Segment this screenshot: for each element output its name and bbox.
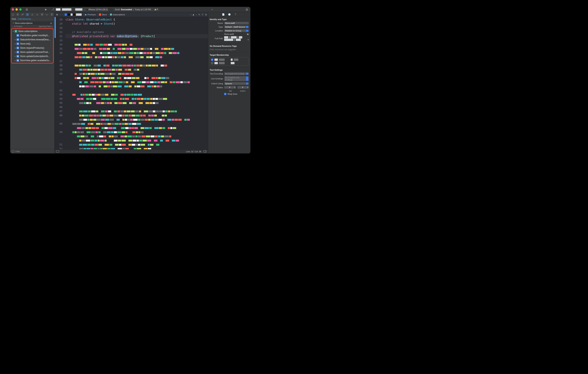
add-tab-icon[interactable]: ＋ [210,8,214,11]
file-location-select[interactable]: Relative to Group [224,29,249,32]
debug-area-icon[interactable] [56,150,59,152]
project-nav-icon[interactable]: ▢ [11,13,14,16]
tab-width-stepper[interactable]: 4 ▲▼ [224,86,236,89]
close-icon[interactable] [12,8,14,11]
run-button[interactable]: ▶ [44,8,48,11]
canvas-icon[interactable] [203,150,207,152]
identity-title: Identity and Type [210,18,249,21]
jump-symbol[interactable]: subscriptions [113,13,125,16]
back-button[interactable]: ‹ [60,13,61,16]
scheme-selector[interactable] [55,8,73,11]
file-name-field[interactable]: Store.swift [224,21,249,25]
arrows-icon[interactable]: ⇆ [198,13,200,16]
minimize-icon[interactable] [16,8,18,11]
cursor-col: Col: 39 [195,150,201,153]
navigator-filter[interactable]: ⋯ Filter [10,149,54,153]
indent-width-stepper[interactable]: 4 ▲▼ [237,86,249,89]
project-icon [65,13,67,16]
file-inspector-icon[interactable]: 📄 [222,13,225,16]
source-editor: ▦ ‹ › › 🖿 Premium › Store › P subscripti… [54,12,208,153]
find-scope-label[interactable]: Find [12,18,16,20]
window-controls [12,8,21,11]
source-control-nav-icon[interactable]: ☒ [16,13,19,16]
jump-bar: ▦ ‹ › › 🖿 Premium › Store › P subscripti… [54,12,208,17]
destination-selector[interactable]: › 📱 iPhone 13 Pro (16.1) [74,8,108,11]
folder-chooser-icon[interactable]: 🖿 [247,33,249,35]
search-input[interactable]: ⚲ Store.subscriptions ⊗ [11,21,53,25]
fullscreen-icon[interactable] [19,8,21,11]
text-settings-title: Text Settings [210,69,249,71]
activity-status[interactable]: Build Succeeded | Today at 1:28 PM 4 [113,8,160,11]
report-nav-icon[interactable]: ☰ [50,13,53,16]
jump-folder[interactable]: Premium [87,13,96,16]
destination-label: iPhone 13 Pro (16.1) [88,8,108,11]
result-row[interactable]: ▸MStoreView.getter:availableSu... [11,58,53,63]
line-endings-select[interactable]: No Explicit Line Endings [224,76,249,81]
result-row[interactable]: ▸MStatusInfoView.renewalDesc... [11,38,53,42]
cursor-line: Line: 32 [186,150,193,153]
git-branch-icon[interactable]: ⎇ [51,8,55,11]
jump-prev-issue[interactable]: ‹ [190,13,191,16]
result-row[interactable]: ▸MStore.updateSubscriptionSt... [11,54,53,58]
forward-button[interactable]: › [62,13,64,16]
inspector-panel: 📄 🕘 ❓ Identity and Type Name Store.swift… [208,12,251,153]
jump-file[interactable]: Store [102,13,107,16]
debug-nav-icon[interactable]: ⦿ [41,13,43,16]
find-mode-label[interactable]: Call Hierarchy [18,18,31,20]
mini-warning-icon[interactable] [193,13,195,16]
odr-placeholder: Only resources are taggable [210,48,249,51]
odr-title: On Demand Resource Tags [210,45,249,47]
inspector-tabs[interactable]: 📄 🕘 ❓ [208,12,251,17]
find-nav-icon[interactable]: ⚲ [26,13,29,16]
editor-layout-icon[interactable]: ▥ [205,13,207,16]
jump-next-issue[interactable]: › [196,13,197,16]
result-row[interactable]: ▸MStore.init() [11,42,53,46]
history-inspector-icon[interactable]: 🕘 [228,13,231,16]
search-icon: ⚲ [12,22,14,24]
result-row[interactable]: ▸MStore.requestProducts() [11,46,53,50]
result-row[interactable]: MPlanButton.getter:monthlyS... [11,33,53,38]
toggle-navigator-icon[interactable]: ▥ [25,8,29,11]
property-icon: P [110,13,112,16]
encoding-select[interactable]: No Explicit Encoding [224,72,249,75]
clear-icon[interactable]: ⊗ [50,22,52,25]
wrap-lines-checkbox[interactable]: ✓ [224,93,226,95]
file-relative-path: Store.swift [224,33,234,35]
folder-icon: 🖿 [85,13,87,16]
symbol-nav-icon[interactable]: ☍ [21,13,24,16]
test-nav-icon[interactable]: ◇ [36,13,39,16]
titlebar: ▥ ▶ ⎇ › › 📱 iPhone 13 Pro (16.1) Build S… [10,7,251,12]
indent-using-select[interactable]: Spaces [224,82,249,85]
wrap-lines-label: Wrap lines [228,93,237,95]
related-items-icon[interactable]: ▦ [56,13,58,16]
code-content[interactable]: class Store: ObservableObject { static l… [64,17,208,149]
help-inspector-icon[interactable]: ❓ [234,13,237,16]
editor-footer: Line: 32 Col: 39 [54,149,208,153]
breakpoint-nav-icon[interactable]: ▭ [45,13,48,16]
search-case[interactable]: Ignoring Case ◇ [39,25,53,27]
minimap-icon[interactable]: ☰ [201,13,203,16]
call-hierarchy-results: ▾P Store.subscriptions MPlanButton.gette… [11,28,54,64]
filter-icon: ⋯ [12,150,14,153]
search-scope[interactable]: ⋯ In Project [12,25,22,27]
issue-nav-icon[interactable]: ⚠ [31,13,34,16]
library-icon[interactable]: ▥ [245,8,249,11]
target-checkbox[interactable]: ✓ [211,59,213,61]
result-root[interactable]: ▾P Store.subscriptions [11,29,53,33]
swift-file-icon [99,13,101,16]
warning-badge[interactable]: 4 [154,8,158,11]
line-gutter[interactable]: 2829303132333435363738394041424344454647… [54,17,64,149]
result-row[interactable]: ▸MStore.updateCustomerProd... [11,50,53,54]
file-type-select[interactable]: Default - Swift Source [224,25,249,28]
reveal-in-finder-icon[interactable]: ➜ [247,38,249,41]
navigator-tabs[interactable]: ▢ ☒ ☍ ⚲ ⚠ ◇ ⦿ ▭ ☰ [10,12,54,17]
navigator-panel: ▢ ☒ ☍ ⚲ ⚠ ◇ ⦿ ▭ ☰ Find › Call Hierarchy … [10,12,54,153]
target-checkbox[interactable] [211,62,213,64]
target-title: Target Membership [210,54,249,56]
search-text: Store.subscriptions [15,22,32,24]
